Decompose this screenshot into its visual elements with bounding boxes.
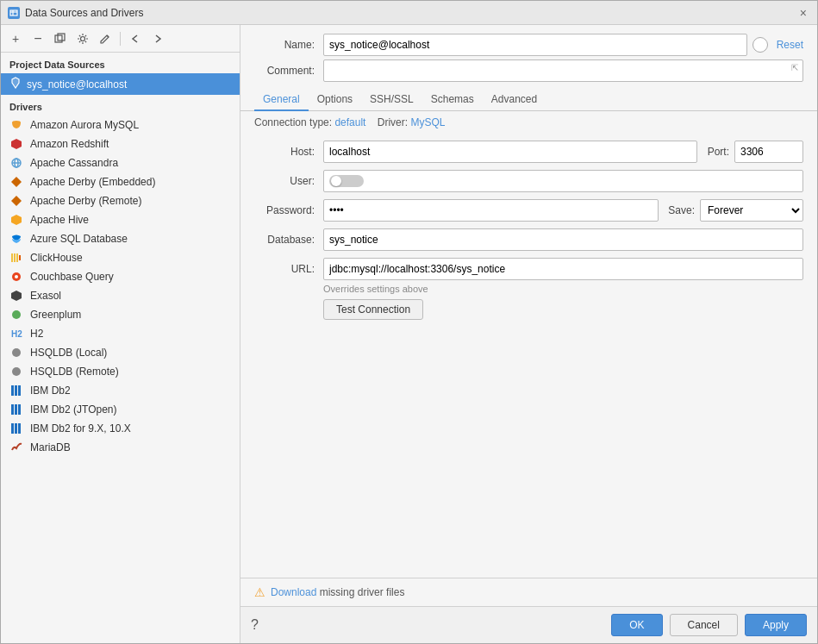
svg-rect-31 xyxy=(11,423,14,434)
svg-marker-20 xyxy=(11,291,22,301)
apply-button[interactable]: Apply xyxy=(745,614,807,636)
h2-icon: H2 xyxy=(9,327,23,341)
user-toggle[interactable] xyxy=(329,175,364,187)
host-port-row: Host: Port: xyxy=(254,141,803,163)
host-input[interactable] xyxy=(323,141,697,163)
driver-item-hsqldb-local[interactable]: HSQLDB (Local) xyxy=(1,343,240,362)
forward-button[interactable] xyxy=(148,29,167,48)
clickhouse-icon xyxy=(9,251,23,265)
driver-item-greenplum[interactable]: Greenplum xyxy=(1,305,240,324)
url-overrides-text: Overrides settings above xyxy=(323,284,803,294)
driver-label-clickhouse: ClickHouse xyxy=(30,252,83,264)
driver-item-apache-derby-embedded[interactable]: Apache Derby (Embedded) xyxy=(1,172,240,191)
driver-label-ibm-db2-9x-10x: IBM Db2 for 9.X, 10.X xyxy=(30,422,131,435)
driver-label-hsqldb-local: HSQLDB (Local) xyxy=(30,347,107,359)
driver-label-ibm-db2-jtopen: IBM Db2 (JTOpen) xyxy=(30,403,116,416)
project-data-sources-header: Project Data Sources xyxy=(1,53,240,73)
title-bar-left: Data Sources and Drivers xyxy=(8,7,143,19)
driver-value[interactable]: MySQL xyxy=(410,116,445,128)
back-button[interactable] xyxy=(126,29,145,48)
connection-type-value[interactable]: default xyxy=(334,116,365,128)
sidebar-scroll-area[interactable]: Project Data Sources sys_notice@localhos… xyxy=(1,53,240,643)
selected-datasource-item[interactable]: sys_notice@localhost xyxy=(1,73,240,95)
driver-label-apache-derby-embedded: Apache Derby (Embedded) xyxy=(30,176,155,188)
url-input[interactable] xyxy=(323,258,803,280)
svg-point-23 xyxy=(12,348,21,357)
driver-item-ibm-db2-9x-10x[interactable]: IBM Db2 for 9.X, 10.X xyxy=(1,419,240,438)
svg-rect-14 xyxy=(11,253,13,262)
driver-item-apache-hive[interactable]: Apache Hive xyxy=(1,210,240,229)
close-button[interactable]: × xyxy=(796,6,810,20)
driver-item-azure-sql-database[interactable]: Azure SQL Database xyxy=(1,229,240,248)
mariadb-icon xyxy=(9,441,23,454)
tab-ssh-ssl[interactable]: SSH/SSL xyxy=(361,89,422,111)
svg-point-21 xyxy=(12,310,21,319)
amazon-aurora-mysql-icon xyxy=(9,118,23,132)
footer: ? OK Cancel Apply xyxy=(240,606,817,643)
cancel-button[interactable]: Cancel xyxy=(670,614,738,636)
add-button[interactable]: + xyxy=(6,29,25,48)
name-input[interactable] xyxy=(323,34,747,56)
save-select[interactable]: Forever Until restart Never xyxy=(700,199,803,222)
azure-sql-database-icon xyxy=(9,232,23,246)
name-row: Name: Reset xyxy=(240,25,817,59)
driver-item-h2[interactable]: H2H2 xyxy=(1,324,240,343)
svg-rect-4 xyxy=(58,34,65,41)
ibm-db2-icon xyxy=(9,384,23,397)
password-row: Password: Save: Forever Until restart Ne… xyxy=(254,199,803,222)
database-input[interactable] xyxy=(323,228,803,251)
download-link[interactable]: Download xyxy=(271,586,316,598)
tab-schemas[interactable]: Schemas xyxy=(422,89,483,111)
tab-advanced[interactable]: Advanced xyxy=(483,89,546,111)
driver-item-apache-derby-remote[interactable]: Apache Derby (Remote) xyxy=(1,191,240,210)
driver-label-h2: H2 xyxy=(30,328,43,340)
svg-rect-17 xyxy=(19,255,21,260)
tab-options[interactable]: Options xyxy=(309,89,361,111)
reset-link[interactable]: Reset xyxy=(777,39,803,51)
connection-type-label: Connection type: xyxy=(254,116,332,128)
name-indicator xyxy=(752,37,768,53)
url-label: URL: xyxy=(254,263,323,275)
duplicate-button[interactable] xyxy=(51,29,70,48)
user-input-wrapper[interactable] xyxy=(323,170,803,192)
apache-derby-embedded-icon xyxy=(9,175,23,189)
bottom-warning: ⚠ Download missing driver files xyxy=(240,578,817,606)
test-connection-button[interactable]: Test Connection xyxy=(323,299,423,320)
form-area: Host: Port: User: Password: xyxy=(240,134,817,578)
password-label: Password: xyxy=(254,204,323,216)
password-input[interactable] xyxy=(323,199,659,222)
driver-item-clickhouse[interactable]: ClickHouse xyxy=(1,248,240,267)
tab-general[interactable]: General xyxy=(254,89,309,111)
host-label: Host: xyxy=(254,146,323,158)
toggle-knob xyxy=(331,176,341,186)
svg-marker-7 xyxy=(11,139,22,149)
svg-rect-16 xyxy=(16,253,18,262)
greenplum-icon xyxy=(9,308,23,322)
remove-button[interactable]: − xyxy=(28,29,47,48)
main-window: Data Sources and Drivers × + − xyxy=(0,0,818,644)
driver-item-mariadb[interactable]: MariaDB xyxy=(1,438,240,457)
driver-label-azure-sql-database: Azure SQL Database xyxy=(30,233,128,245)
comment-input[interactable] xyxy=(323,59,803,82)
hsqldb-local-icon xyxy=(9,346,23,360)
settings-button[interactable] xyxy=(73,29,92,48)
port-input[interactable] xyxy=(734,141,803,163)
sidebar: + − xyxy=(1,25,240,643)
driver-item-exasol[interactable]: Exasol xyxy=(1,286,240,305)
driver-item-ibm-db2-jtopen[interactable]: IBM Db2 (JTOpen) xyxy=(1,400,240,419)
help-button[interactable]: ? xyxy=(251,617,259,633)
driver-item-ibm-db2[interactable]: IBM Db2 xyxy=(1,381,240,400)
user-label: User: xyxy=(254,175,323,187)
apache-derby-remote-icon xyxy=(9,194,23,208)
exasol-icon xyxy=(9,289,23,303)
driver-item-apache-cassandra[interactable]: Apache Cassandra xyxy=(1,153,240,172)
ok-button[interactable]: OK xyxy=(611,614,662,636)
driver-item-amazon-aurora-mysql[interactable]: Amazon Aurora MySQL xyxy=(1,116,240,134)
driver-item-couchbase-query[interactable]: Couchbase Query xyxy=(1,267,240,286)
edit-button[interactable] xyxy=(96,29,115,48)
apache-hive-icon xyxy=(9,213,23,227)
driver-item-amazon-redshift[interactable]: Amazon Redshift xyxy=(1,134,240,153)
svg-rect-29 xyxy=(15,404,17,415)
driver-item-hsqldb-remote[interactable]: HSQLDB (Remote) xyxy=(1,362,240,381)
svg-rect-30 xyxy=(18,404,21,415)
